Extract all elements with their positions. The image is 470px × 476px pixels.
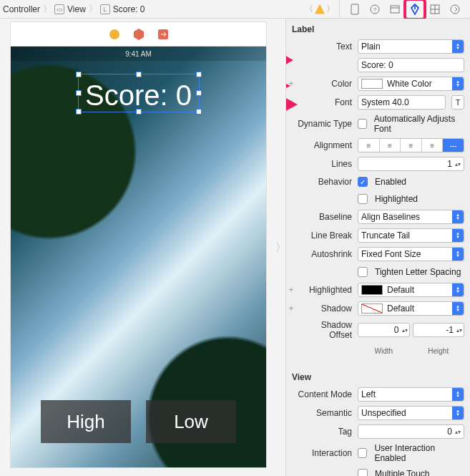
lines-stepper[interactable]: 1▴▾: [358, 157, 464, 171]
text-value-field[interactable]: Score: 0: [358, 58, 464, 72]
resize-handle[interactable]: [196, 109, 202, 115]
align-justify-icon[interactable]: ≡: [422, 139, 444, 152]
resize-handle[interactable]: [76, 109, 82, 115]
uie-checkbox[interactable]: [358, 448, 367, 458]
size-inspector-icon[interactable]: [429, 3, 441, 16]
circle-icon[interactable]: [108, 28, 121, 41]
high-button[interactable]: High: [41, 400, 131, 443]
shadow-width-value: 0: [360, 325, 402, 335]
highlighted-color-label: Highlighted: [296, 285, 358, 295]
highlighted-popup[interactable]: Default▲▼: [358, 283, 464, 297]
svg-point-9: [451, 5, 459, 14]
baseline-popup[interactable]: Align Baselines▲▼: [358, 210, 464, 224]
stepper-arrows-icon: ▴▾: [455, 161, 461, 167]
stepper-arrows-icon: ▲▼: [452, 77, 464, 90]
low-button[interactable]: Low: [146, 400, 236, 443]
plus-icon[interactable]: +: [286, 79, 296, 89]
dyntype-checkbox[interactable]: [358, 119, 367, 129]
plus-icon[interactable]: +: [286, 97, 296, 107]
autoshrink-label: Autoshrink: [296, 249, 358, 259]
linebreak-label: Line Break: [296, 230, 358, 241]
breadcrumb-controller[interactable]: Controller: [3, 4, 40, 14]
align-center-icon[interactable]: ≡: [380, 139, 401, 152]
semantic-popup[interactable]: Unspecified▲▼: [358, 406, 464, 420]
alignment-segmented[interactable]: ≡ ≡ ≡ ≡ ---: [358, 138, 464, 152]
connections-inspector-icon[interactable]: [449, 3, 461, 16]
enabled-label: Enabled: [375, 177, 406, 187]
font-picker-icon[interactable]: T: [451, 95, 464, 110]
shadow-popup[interactable]: Default▲▼: [358, 301, 464, 316]
status-bar: 9:41 AM: [11, 47, 266, 61]
chevron-right-icon: 〉: [43, 3, 52, 15]
svg-text:?: ?: [373, 6, 377, 13]
shadow-height-stepper[interactable]: -1▴▾: [413, 323, 465, 337]
label-icon: L: [100, 4, 110, 14]
text-mode-value: Plain: [361, 42, 381, 52]
help-inspector-icon[interactable]: ?: [368, 3, 381, 16]
exit-icon[interactable]: [157, 28, 170, 41]
stepper-arrows-icon: ▲▼: [452, 302, 464, 315]
breadcrumb[interactable]: Controller 〉 ▭ View 〉 L Score: 0: [0, 3, 300, 15]
resize-handle[interactable]: [76, 72, 82, 77]
attributes-inspector-icon[interactable]: [408, 3, 421, 16]
highlighted-checkbox[interactable]: [358, 194, 368, 204]
font-field[interactable]: System 40.0: [358, 95, 446, 110]
pane-splitter[interactable]: 〉: [277, 19, 285, 476]
plus-icon[interactable]: +: [286, 285, 296, 295]
identity-inspector-icon[interactable]: [388, 3, 401, 16]
svg-rect-0: [351, 4, 358, 14]
shadow-value: Default: [387, 303, 414, 314]
warning-icon[interactable]: [315, 4, 325, 14]
stepper-arrows-icon: ▲▼: [452, 283, 464, 296]
stepper-arrows-icon: ▲▼: [452, 40, 464, 53]
linebreak-popup[interactable]: Truncate Tail▲▼: [358, 228, 464, 243]
contentmode-popup[interactable]: Left▲▼: [358, 387, 464, 402]
resize-handle[interactable]: [196, 90, 202, 96]
breadcrumb-view[interactable]: View: [67, 4, 86, 14]
nav-back-icon[interactable]: 〈: [305, 3, 313, 15]
tighten-label: Tighten Letter Spacing: [375, 267, 461, 277]
text-mode-popup[interactable]: Plain▲▼: [358, 39, 464, 54]
multitouch-checkbox[interactable]: [358, 469, 368, 476]
shadow-width-stepper[interactable]: 0▴▾: [358, 323, 410, 337]
align-right-icon[interactable]: ≡: [401, 139, 422, 152]
color-popup[interactable]: White Color▲▼: [358, 77, 464, 91]
resize-handle[interactable]: [136, 109, 142, 115]
width-caption: Width: [358, 347, 410, 355]
tighten-checkbox[interactable]: [358, 267, 368, 277]
resize-handle[interactable]: [136, 72, 142, 77]
uie-label: User Interaction Enabled: [374, 443, 464, 463]
tag-stepper[interactable]: 0▴▾: [358, 424, 464, 439]
resize-handle[interactable]: [76, 90, 82, 96]
text-value: Score: 0: [361, 60, 393, 70]
enabled-checkbox[interactable]: ✓: [358, 177, 368, 187]
color-swatch-icon: [361, 79, 383, 89]
font-label: Font: [296, 97, 358, 107]
stepper-arrows-icon: ▲▼: [452, 388, 464, 401]
shadow-height-value: -1: [415, 325, 457, 335]
nav-forward-icon[interactable]: 〉: [326, 3, 335, 15]
align-natural-icon[interactable]: ---: [443, 139, 464, 152]
autoshrink-popup[interactable]: Fixed Font Size▲▼: [358, 247, 464, 261]
color-value: White Color: [387, 79, 432, 89]
stepper-arrows-icon: ▲▼: [452, 210, 464, 223]
svg-rect-3: [391, 6, 399, 13]
file-inspector-icon[interactable]: [348, 3, 361, 16]
device-canvas[interactable]: 9:41 AM Score: 0 High Low: [10, 46, 267, 468]
canvas-pane: 9:41 AM Score: 0 High Low: [0, 19, 277, 476]
canvas-toolbar: [10, 21, 267, 46]
plus-icon[interactable]: +: [286, 303, 296, 314]
text-label: Text: [296, 42, 358, 52]
cube-icon[interactable]: [132, 28, 145, 41]
resize-handle[interactable]: [196, 72, 202, 77]
breadcrumb-score-label[interactable]: Score: 0: [113, 4, 145, 14]
view-icon: ▭: [54, 4, 64, 14]
interaction-label: Interaction: [296, 448, 358, 458]
attributes-inspector: Label Text Plain▲▼ Score: 0 +Color White…: [285, 19, 470, 476]
highlighted-label: Highlighted: [375, 194, 418, 204]
color-swatch-icon: [361, 285, 383, 295]
baseline-value: Align Baselines: [361, 212, 420, 222]
nav-arrows: 〈 〉: [300, 3, 339, 15]
dyntype-label: Dynamic Type: [296, 119, 358, 129]
align-left-icon[interactable]: ≡: [358, 139, 380, 152]
